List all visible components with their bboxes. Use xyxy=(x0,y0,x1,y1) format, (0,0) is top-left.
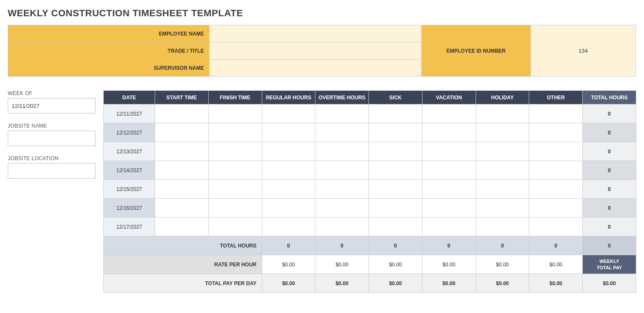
cell-sick[interactable] xyxy=(369,180,422,199)
cell-finish[interactable] xyxy=(208,104,262,123)
cell-regular[interactable] xyxy=(262,218,315,236)
cell-start[interactable] xyxy=(155,104,209,123)
cell-holiday[interactable] xyxy=(476,123,529,142)
cell-finish[interactable] xyxy=(208,218,262,236)
cell-other[interactable] xyxy=(529,199,583,218)
employee-name-value[interactable] xyxy=(210,25,422,42)
row-total-hours: TOTAL HOURS 0 0 0 0 0 0 0 xyxy=(104,236,636,255)
cell-regular[interactable] xyxy=(262,180,315,199)
cell-finish[interactable] xyxy=(208,199,262,218)
cell-sick[interactable] xyxy=(369,199,422,218)
cell-vacation[interactable] xyxy=(422,199,476,218)
cell-other[interactable] xyxy=(529,180,583,199)
page-title: WEEKLY CONSTRUCTION TIMESHEET TEMPLATE xyxy=(8,8,636,19)
cell-date: 12/14/2027 xyxy=(104,161,155,180)
cell-finish[interactable] xyxy=(208,142,262,161)
cell-holiday[interactable] xyxy=(476,199,529,218)
cell-total: 0 xyxy=(583,104,636,123)
th-vacation: VACATION xyxy=(422,91,476,104)
cell-start[interactable] xyxy=(155,123,209,142)
table-row: 12/11/20270 xyxy=(104,104,636,123)
cell-finish[interactable] xyxy=(208,180,262,199)
table-row: 12/12/20270 xyxy=(104,123,636,142)
cell-vacation[interactable] xyxy=(422,104,476,123)
cell-holiday[interactable] xyxy=(476,161,529,180)
jobsite-location-label: JOBSITE LOCATION xyxy=(8,155,96,161)
cell-total: 0 xyxy=(583,161,636,180)
cell-overtime[interactable] xyxy=(315,142,369,161)
cell-vacation[interactable] xyxy=(422,123,476,142)
cell-regular[interactable] xyxy=(262,161,315,180)
jobsite-name-label: JOBSITE NAME xyxy=(8,123,96,129)
cell-regular[interactable] xyxy=(262,142,315,161)
rate-overtime[interactable]: $0.00 xyxy=(315,255,369,274)
cell-sick[interactable] xyxy=(369,218,422,236)
cell-overtime[interactable] xyxy=(315,218,369,236)
rate-regular[interactable]: $0.00 xyxy=(262,255,315,274)
th-sick: SICK xyxy=(369,91,422,104)
cell-vacation[interactable] xyxy=(422,180,476,199)
cell-overtime[interactable] xyxy=(315,123,369,142)
pay-total: $0.00 xyxy=(583,274,636,293)
employee-name-label: EMPLOYEE NAME xyxy=(8,25,210,42)
total-hours-vacation: 0 xyxy=(422,236,476,255)
cell-overtime[interactable] xyxy=(315,199,369,218)
cell-overtime[interactable] xyxy=(315,180,369,199)
cell-start[interactable] xyxy=(155,161,209,180)
table-header-row: DATE START TIME FINISH TIME REGULAR HOUR… xyxy=(104,91,636,104)
cell-other[interactable] xyxy=(529,104,583,123)
cell-regular[interactable] xyxy=(262,104,315,123)
th-other: OTHER xyxy=(529,91,583,104)
cell-total: 0 xyxy=(583,218,636,236)
cell-holiday[interactable] xyxy=(476,218,529,236)
total-hours-regular: 0 xyxy=(262,236,315,255)
cell-total: 0 xyxy=(583,123,636,142)
supervisor-name-value[interactable] xyxy=(210,60,422,77)
cell-regular[interactable] xyxy=(262,199,315,218)
th-date: DATE xyxy=(104,91,155,104)
cell-start[interactable] xyxy=(155,142,209,161)
th-finish: FINISH TIME xyxy=(208,91,262,104)
row-rate-per-hour: RATE PER HOUR $0.00 $0.00 $0.00 $0.00 $0… xyxy=(104,255,636,274)
cell-vacation[interactable] xyxy=(422,142,476,161)
trade-title-label: TRADE / TITLE xyxy=(8,42,210,60)
rate-sick[interactable]: $0.00 xyxy=(369,255,422,274)
rate-per-hour-label: RATE PER HOUR xyxy=(104,255,262,274)
cell-other[interactable] xyxy=(529,218,583,236)
rate-vacation[interactable]: $0.00 xyxy=(422,255,476,274)
cell-sick[interactable] xyxy=(369,104,422,123)
cell-sick[interactable] xyxy=(369,161,422,180)
cell-vacation[interactable] xyxy=(422,218,476,236)
trade-title-value[interactable] xyxy=(210,42,422,60)
th-holiday: HOLIDAY xyxy=(476,91,529,104)
employee-id-value[interactable]: 134 xyxy=(531,25,636,77)
jobsite-name-input[interactable] xyxy=(8,131,96,146)
cell-finish[interactable] xyxy=(208,123,262,142)
cell-start[interactable] xyxy=(155,199,209,218)
cell-regular[interactable] xyxy=(262,123,315,142)
cell-holiday[interactable] xyxy=(476,104,529,123)
cell-date: 12/12/2027 xyxy=(104,123,155,142)
cell-sick[interactable] xyxy=(369,123,422,142)
cell-vacation[interactable] xyxy=(422,161,476,180)
week-of-input[interactable]: 12/11/2027 xyxy=(8,98,96,113)
rate-other[interactable]: $0.00 xyxy=(529,255,583,274)
cell-start[interactable] xyxy=(155,180,209,199)
cell-date: 12/16/2027 xyxy=(104,199,155,218)
cell-overtime[interactable] xyxy=(315,104,369,123)
jobsite-location-input[interactable] xyxy=(8,163,96,179)
cell-finish[interactable] xyxy=(208,161,262,180)
cell-other[interactable] xyxy=(529,123,583,142)
employee-info-grid: EMPLOYEE NAME EMPLOYEE ID NUMBER 134 TRA… xyxy=(8,25,636,77)
cell-overtime[interactable] xyxy=(315,161,369,180)
total-hours-label: TOTAL HOURS xyxy=(104,236,262,255)
cell-start[interactable] xyxy=(155,218,209,236)
rate-holiday[interactable]: $0.00 xyxy=(476,255,529,274)
cell-holiday[interactable] xyxy=(476,142,529,161)
cell-sick[interactable] xyxy=(369,142,422,161)
cell-other[interactable] xyxy=(529,142,583,161)
table-row: 12/13/20270 xyxy=(104,142,636,161)
cell-other[interactable] xyxy=(529,161,583,180)
cell-holiday[interactable] xyxy=(476,180,529,199)
pay-overtime: $0.00 xyxy=(315,274,369,293)
